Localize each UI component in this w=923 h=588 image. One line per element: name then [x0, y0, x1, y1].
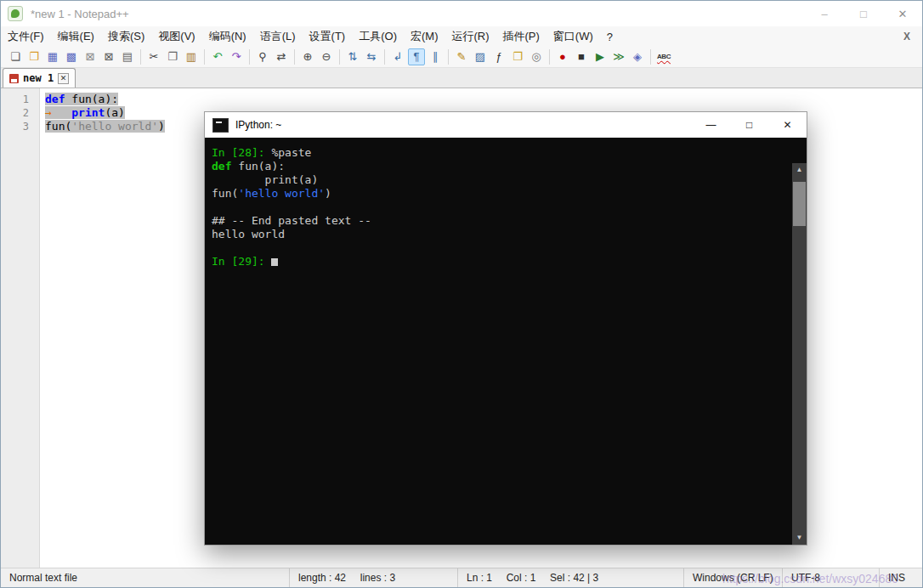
spell-check-icon[interactable]: ABC [655, 48, 672, 65]
selected-text: def fun(a): [45, 93, 118, 105]
console-line-print: print(a) [212, 173, 788, 187]
console-blank-line [212, 241, 788, 255]
stop-macro-icon[interactable]: ■ [573, 48, 590, 65]
save-all-icon[interactable]: ▩ [63, 48, 80, 65]
status-doc-type: Normal text file [1, 568, 290, 587]
close-all-icon[interactable]: ⊠ [100, 48, 117, 65]
prompt-in-29: In [29]: [212, 255, 271, 268]
undo-icon[interactable]: ↶ [209, 48, 226, 65]
ipython-window-title: IPython: ~ [235, 119, 281, 131]
zoom-in-icon[interactable]: ⊕ [299, 48, 316, 65]
window-title: *new 1 - Notepad++ [31, 8, 129, 20]
folder-as-workspace-icon[interactable]: ❐ [509, 48, 526, 65]
code-view[interactable]: def fun(a): →print(a) fun('hello world') [40, 88, 165, 570]
tab-close-icon[interactable]: ✕ [58, 73, 69, 84]
close-button[interactable]: ✕ [883, 1, 922, 26]
sync-vertical-scroll-icon[interactable]: ⇅ [344, 48, 361, 65]
show-all-characters-icon[interactable]: ¶ [408, 48, 425, 65]
terminal-scrollbar[interactable]: ▲ ▼ [792, 163, 807, 545]
menu-item-search[interactable]: 搜索(S) [101, 27, 151, 46]
open-folder-icon[interactable]: ❐ [25, 48, 42, 65]
paste-icon[interactable]: ▥ [183, 48, 200, 65]
line-number: 1 [1, 93, 39, 106]
toolbar-separator [339, 49, 340, 65]
terminal-output[interactable]: In [28]: %paste def fun(a): print(a) fun… [205, 138, 807, 545]
save-macro-icon[interactable]: ◈ [629, 48, 646, 65]
sync-horizontal-scroll-icon[interactable]: ⇆ [363, 48, 380, 65]
line-number-gutter: 1 2 3 [1, 88, 40, 570]
code-line-1[interactable]: def fun(a): [45, 93, 165, 106]
menu-item-settings[interactable]: 设置(T) [303, 27, 353, 46]
menu-item-language[interactable]: 语言(L) [253, 27, 303, 46]
menu-item-plugins[interactable]: 插件(P) [496, 27, 546, 46]
scroll-up-icon[interactable]: ▲ [792, 163, 807, 177]
new-file-icon[interactable]: ❏ [7, 48, 24, 65]
string-literal: 'hello world' [71, 120, 158, 133]
keyword-print: print [71, 106, 105, 119]
keyword-def: def [45, 93, 65, 105]
document-map-icon[interactable]: ▨ [472, 48, 489, 65]
toolbar-separator [448, 49, 449, 65]
code-text: fun(a): [65, 93, 118, 105]
ipython-title-bar: IPython: ~ — □ ✕ [205, 112, 807, 138]
menu-item-run[interactable]: 运行(R) [445, 27, 495, 46]
menu-item-view[interactable]: 视图(V) [151, 27, 201, 46]
save-file-icon[interactable]: ▦ [44, 48, 61, 65]
copy-icon[interactable]: ❐ [164, 48, 181, 65]
word-wrap-icon[interactable]: ↲ [389, 48, 406, 65]
selected-text: →print(a) [45, 106, 125, 119]
menu-item-encoding[interactable]: 编码(N) [202, 27, 253, 46]
toolbar-separator [650, 49, 651, 65]
replace-icon[interactable]: ⇄ [273, 48, 290, 65]
indent-guide-icon[interactable]: ∥ [427, 48, 444, 65]
toolbar-separator [249, 49, 250, 65]
tab-label: new 1 [23, 72, 54, 84]
line-number: 3 [1, 120, 39, 133]
scrollbar-thumb[interactable] [793, 182, 806, 226]
ipython-maximize-button[interactable]: □ [730, 112, 768, 138]
close-file-icon[interactable]: ⊠ [82, 48, 99, 65]
end-pasted-text: ## -- End pasted text -- [212, 214, 371, 227]
code-line-3[interactable]: fun('hello world') [45, 120, 165, 133]
console-line-end-paste: ## -- End pasted text -- [212, 214, 788, 228]
scroll-down-icon[interactable]: ▼ [792, 531, 807, 545]
tab-new-1[interactable]: new 1 ✕ [3, 68, 76, 88]
command-paste: %paste [271, 146, 311, 159]
document-close-x-button[interactable]: X [900, 29, 914, 44]
minimize-button[interactable]: – [805, 1, 844, 26]
code-line-2[interactable]: →print(a) [45, 106, 165, 120]
code-text: print(a) [212, 173, 318, 186]
print-icon[interactable]: ▤ [119, 48, 136, 65]
ipython-close-button[interactable]: ✕ [768, 112, 807, 138]
selected-text: fun('hello world') [45, 120, 165, 133]
ipython-minimize-button[interactable]: — [692, 112, 730, 138]
function-list-icon[interactable]: ƒ [490, 48, 507, 65]
menu-item-macro[interactable]: 宏(M) [404, 27, 445, 46]
status-insert-mode: INS [880, 568, 922, 587]
menu-item-file[interactable]: 文件(F) [1, 27, 51, 46]
define-language-icon[interactable]: ✎ [453, 48, 470, 65]
menu-item-help[interactable]: ? [600, 29, 620, 45]
zoom-out-icon[interactable]: ⊖ [318, 48, 335, 65]
tab-bar: new 1 ✕ [1, 68, 922, 88]
run-macro-multiple-icon[interactable]: ≫ [610, 48, 627, 65]
record-macro-icon[interactable]: ● [554, 48, 571, 65]
toolbar: ❏❐▦▩⊠⊠▤✂❐▥↶↷⚲⇄⊕⊖⇅⇆↲¶∥✎▨ƒ❐◎●■▶≫◈ABC [1, 47, 922, 68]
menu-item-tools[interactable]: 工具(O) [352, 27, 404, 46]
console-icon [212, 118, 229, 133]
menu-item-edit[interactable]: 编辑(E) [51, 27, 101, 46]
monitoring-icon[interactable]: ◎ [528, 48, 545, 65]
maximize-button[interactable]: □ [844, 1, 883, 26]
play-macro-icon[interactable]: ▶ [592, 48, 609, 65]
find-icon[interactable]: ⚲ [254, 48, 271, 65]
menu-item-window[interactable]: 窗口(W) [546, 27, 600, 46]
toolbar-separator [549, 49, 550, 65]
terminal-text: In [28]: %paste def fun(a): print(a) fun… [212, 146, 788, 269]
cut-icon[interactable]: ✂ [145, 48, 162, 65]
unsaved-indicator-icon [9, 74, 19, 83]
notepadpp-logo-icon [8, 6, 23, 21]
console-line-def: def fun(a): [212, 160, 788, 173]
code-text: ) [158, 120, 165, 133]
redo-icon[interactable]: ↷ [228, 48, 245, 65]
keyword-def: def [212, 160, 231, 172]
